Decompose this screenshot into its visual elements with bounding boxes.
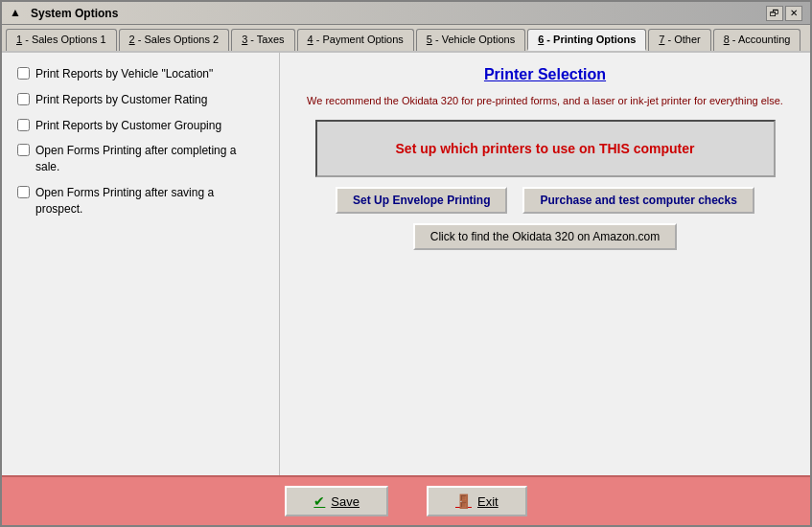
checkbox-row-customer-grouping: Print Reports by Customer Grouping xyxy=(17,118,264,134)
content-area: Print Reports by Vehicle "Location" Prin… xyxy=(2,53,810,475)
tab-sales-options-2[interactable]: 2 - Sales Options 2 xyxy=(119,29,230,51)
tab-taxes[interactable]: 3 - Taxes xyxy=(231,29,294,51)
tab-other[interactable]: 7 - Other xyxy=(648,29,710,51)
checkbox-row-customer-rating: Print Reports by Customer Rating xyxy=(17,92,264,108)
setup-envelope-printing-button[interactable]: Set Up Envelope Printing xyxy=(336,187,507,214)
checkbox-customer-rating[interactable] xyxy=(17,93,30,105)
checkbox-row-location: Print Reports by Vehicle "Location" xyxy=(17,66,264,82)
checkbox-open-forms-sale[interactable] xyxy=(17,144,30,156)
tab-accounting[interactable]: 8 - Accounting xyxy=(713,29,801,51)
printer-recommendation-text: We recommend the Okidata 320 for pre-pri… xyxy=(307,95,783,106)
window-title: System Options xyxy=(31,7,118,20)
action-buttons-row: Set Up Envelope Printing Purchase and te… xyxy=(315,187,776,214)
checkbox-location-label: Print Reports by Vehicle "Location" xyxy=(35,66,213,82)
printer-box-text: Set up which printers to use on THIS com… xyxy=(396,141,695,156)
restore-button[interactable]: 🗗 xyxy=(766,6,783,21)
checkbox-row-open-forms-sale: Open Forms Printing after completing a s… xyxy=(17,143,264,175)
save-icon: ✔ xyxy=(313,493,325,509)
tab-payment-options[interactable]: 4 - Payment Options xyxy=(297,29,414,51)
tabs-row: 1 - Sales Options 1 2 - Sales Options 2 … xyxy=(2,25,810,53)
checkbox-open-forms-sale-label: Open Forms Printing after completing a s… xyxy=(35,143,264,175)
checkbox-location[interactable] xyxy=(17,67,30,80)
checkbox-open-forms-prospect[interactable] xyxy=(17,186,30,198)
close-button[interactable]: ✕ xyxy=(785,6,802,21)
footer: ✔ Save 🚪 Exit xyxy=(2,475,810,525)
checkbox-row-open-forms-prospect: Open Forms Printing after saving a prosp… xyxy=(17,185,264,218)
title-bar: ▲ System Options 🗗 ✕ xyxy=(2,2,810,25)
title-bar-left: ▲ System Options xyxy=(10,6,118,21)
printer-setup-box: Set up which printers to use on THIS com… xyxy=(315,120,776,177)
title-bar-buttons: 🗗 ✕ xyxy=(766,6,802,21)
find-okidata-amazon-button[interactable]: Click to find the Okidata 320 on Amazon.… xyxy=(413,223,677,250)
app-icon: ▲ xyxy=(10,6,25,21)
printer-selection-title: Printer Selection xyxy=(484,66,606,83)
tab-sales-options-1[interactable]: 1 - Sales Options 1 xyxy=(6,29,117,51)
purchase-test-checks-button[interactable]: Purchase and test computer checks xyxy=(522,187,754,214)
save-label: Save xyxy=(331,494,360,509)
exit-icon: 🚪 xyxy=(455,493,472,509)
left-panel: Print Reports by Vehicle "Location" Prin… xyxy=(2,53,280,475)
tab-vehicle-options[interactable]: 5 - Vehicle Options xyxy=(416,29,525,51)
main-window: ▲ System Options 🗗 ✕ 1 - Sales Options 1… xyxy=(0,0,812,527)
checkbox-customer-rating-label: Print Reports by Customer Rating xyxy=(35,92,207,108)
right-panel: Printer Selection We recommend the Okida… xyxy=(280,53,810,475)
checkbox-customer-grouping-label: Print Reports by Customer Grouping xyxy=(35,118,221,134)
exit-label: Exit xyxy=(477,494,499,509)
checkbox-open-forms-prospect-label: Open Forms Printing after saving a prosp… xyxy=(35,185,264,218)
exit-button[interactable]: 🚪 Exit xyxy=(427,486,527,516)
save-button[interactable]: ✔ Save xyxy=(285,486,388,516)
checkbox-customer-grouping[interactable] xyxy=(17,119,30,131)
tab-printing-options[interactable]: 6 - Printing Options xyxy=(527,29,646,51)
